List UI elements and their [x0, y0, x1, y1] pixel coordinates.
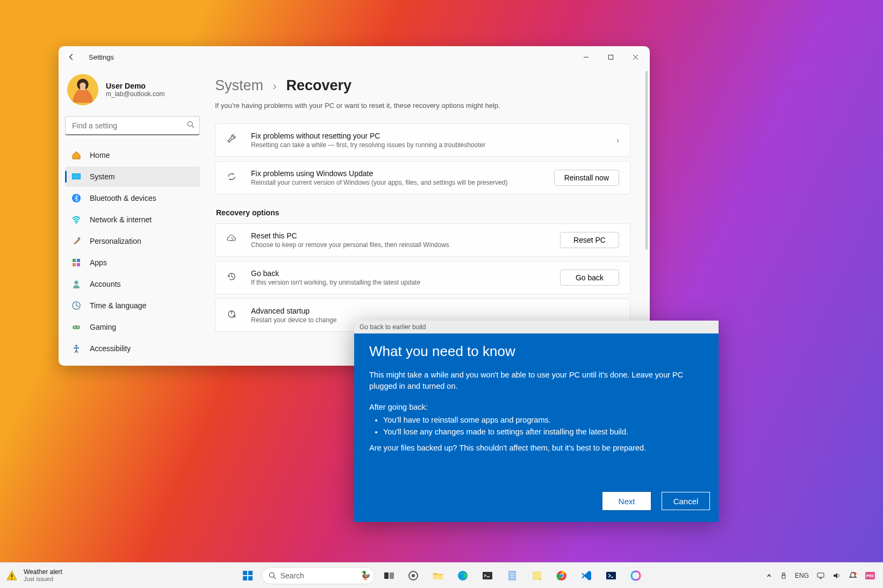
next-button[interactable]: Next — [602, 492, 651, 510]
user-profile[interactable]: User Demo m_lab@outlook.com — [65, 72, 200, 116]
card-desc: Reinstall your current version of Window… — [251, 179, 554, 186]
section-heading: Recovery options — [216, 208, 630, 217]
sidebar-item-accessibility[interactable]: Accessibility — [65, 338, 200, 359]
minimize-button[interactable] — [573, 46, 598, 68]
page-subtitle: If you're having problems with your PC o… — [215, 101, 630, 110]
tray-overflow-icon[interactable] — [766, 572, 772, 579]
settings-window: Settings User Demo m_lab@outlook.com — [59, 46, 650, 366]
svg-rect-54 — [817, 573, 824, 577]
svg-rect-53 — [782, 575, 785, 578]
sync-icon — [226, 171, 238, 184]
svg-point-23 — [77, 327, 78, 328]
svg-rect-40 — [433, 575, 443, 579]
sidebar-item-bluetooth[interactable]: Bluetooth & devices — [65, 188, 200, 208]
system-icon — [71, 172, 81, 182]
sidebar: User Demo m_lab@outlook.com Home System — [59, 68, 206, 366]
card-title: Fix problems using Windows Update — [251, 169, 554, 178]
tray-notifications-icon[interactable] — [849, 571, 857, 580]
cancel-button[interactable]: Cancel — [662, 492, 710, 510]
window-title: Settings — [89, 53, 114, 61]
dialog-heading: What you need to know — [369, 343, 703, 360]
sidebar-item-accounts[interactable]: Accounts — [65, 274, 200, 294]
back-button[interactable] — [64, 49, 79, 64]
maximize-button[interactable] — [598, 46, 623, 68]
svg-point-19 — [75, 281, 78, 285]
dialog-bullet: You'll lose any changes made to settings… — [383, 426, 703, 438]
clock-globe-icon — [71, 301, 81, 310]
home-icon — [71, 150, 81, 160]
svg-rect-32 — [243, 576, 247, 580]
taskbar-app-vscode[interactable] — [576, 565, 597, 586]
svg-rect-37 — [390, 572, 394, 579]
card-fix-without-reset[interactable]: Fix problems without resetting your PC R… — [215, 124, 630, 157]
svg-line-35 — [274, 577, 276, 579]
taskbar-app-copilot[interactable] — [625, 565, 647, 586]
user-name: User Demo — [106, 82, 165, 90]
sidebar-item-network[interactable]: Network & internet — [65, 209, 200, 230]
close-button[interactable] — [623, 46, 648, 68]
svg-point-13 — [76, 222, 77, 224]
go-back-button[interactable]: Go back — [560, 270, 619, 286]
taskbar-app-edge[interactable] — [452, 565, 473, 586]
tray-insider-icon[interactable]: PRE — [865, 571, 875, 580]
cloud-reset-icon — [226, 234, 238, 246]
person-icon — [71, 279, 81, 289]
svg-point-29 — [11, 578, 12, 579]
taskbar-app-settings[interactable] — [403, 565, 424, 586]
sidebar-item-system[interactable]: System — [65, 166, 200, 187]
taskbar: Weather alert Just issued Search 🦆 ENG P — [0, 562, 883, 588]
tray-usb-icon[interactable] — [780, 572, 787, 579]
sidebar-item-gaming[interactable]: Gaming — [65, 317, 200, 337]
user-email: m_lab@outlook.com — [106, 90, 165, 98]
history-icon — [226, 271, 238, 284]
nav: Home System Bluetooth & devices Network … — [65, 145, 200, 359]
svg-point-22 — [74, 327, 75, 328]
tray-network-icon[interactable] — [816, 572, 825, 579]
breadcrumb-parent[interactable]: System — [215, 77, 263, 93]
card-title: Go back — [251, 269, 560, 278]
settings-search[interactable] — [65, 116, 200, 135]
reset-pc-button[interactable]: Reset PC — [560, 232, 619, 248]
weather-alert-icon — [5, 569, 18, 582]
taskbar-app-powershell[interactable] — [600, 565, 622, 586]
sidebar-item-home[interactable]: Home — [65, 145, 200, 165]
sidebar-item-time-language[interactable]: Time & language — [65, 295, 200, 316]
svg-rect-16 — [77, 259, 80, 262]
search-icon — [187, 121, 195, 130]
tray-language[interactable]: ENG — [795, 572, 809, 579]
taskbar-app-chrome[interactable] — [551, 565, 572, 586]
taskbar-weather[interactable]: Weather alert Just issued — [0, 569, 62, 582]
dialog-closing: Are your files backed up? This shouldn't… — [369, 444, 703, 452]
taskbar-app-sticky-notes[interactable] — [526, 565, 548, 586]
dialog-after-label: After going back: — [369, 403, 703, 411]
svg-rect-42 — [483, 572, 492, 579]
task-view-button[interactable] — [378, 565, 399, 586]
tray-volume-icon[interactable] — [832, 572, 841, 579]
taskbar-search[interactable]: Search 🦆 — [262, 567, 375, 584]
nav-label: Accessibility — [90, 344, 131, 353]
scrollbar[interactable] — [645, 71, 648, 250]
weather-line2: Just issued — [24, 576, 62, 582]
taskbar-app-terminal[interactable] — [477, 565, 498, 586]
svg-point-39 — [412, 574, 415, 577]
taskbar-app-notepad[interactable] — [501, 565, 523, 586]
wrench-icon — [226, 134, 238, 147]
svg-point-24 — [75, 345, 77, 347]
power-settings-icon — [226, 309, 238, 322]
taskbar-app-explorer[interactable] — [427, 565, 449, 586]
chevron-right-icon: › — [273, 79, 277, 93]
search-input[interactable] — [65, 116, 200, 135]
svg-text:PRE: PRE — [866, 574, 874, 578]
sidebar-item-personalization[interactable]: Personalization — [65, 231, 200, 251]
svg-rect-47 — [533, 571, 541, 580]
card-title: Fix problems without resetting your PC — [251, 132, 616, 140]
card-fix-windows-update: Fix problems using Windows Update Reinst… — [215, 161, 630, 194]
taskbar-center: Search 🦆 — [237, 565, 647, 586]
chevron-right-icon: › — [616, 136, 619, 144]
avatar — [67, 74, 98, 105]
svg-rect-1 — [608, 55, 613, 59]
sidebar-item-apps[interactable]: Apps — [65, 252, 200, 273]
start-button[interactable] — [237, 565, 259, 586]
search-decoration-icon: 🦆 — [360, 570, 371, 580]
reinstall-now-button[interactable]: Reinstall now — [554, 170, 619, 186]
